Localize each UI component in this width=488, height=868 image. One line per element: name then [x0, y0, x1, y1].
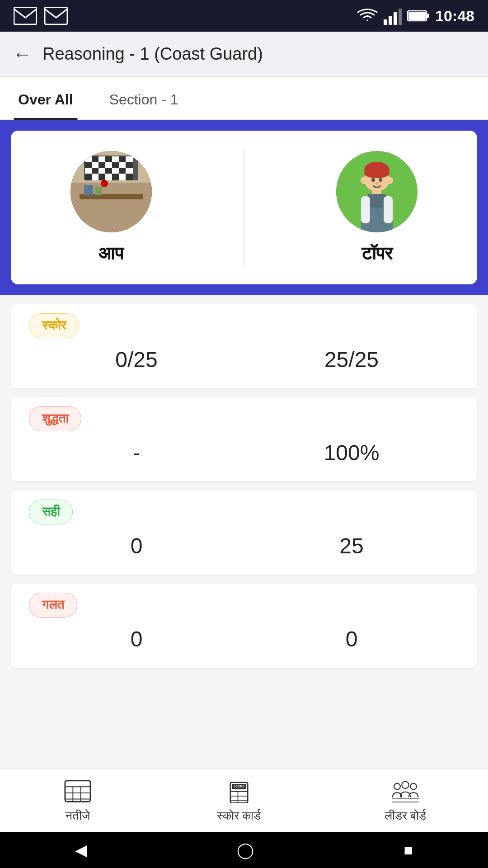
home-system-btn[interactable]: ◯: [237, 841, 254, 859]
svg-point-79: [410, 783, 417, 790]
svg-rect-0: [14, 7, 37, 24]
mail-icon-2: [44, 7, 68, 25]
scorecard-label: स्कोर कार्ड: [217, 809, 261, 823]
tabs-container: Over All Section - 1: [0, 77, 488, 120]
tab-overall[interactable]: Over All: [14, 77, 78, 119]
topper-name: टॉपर: [361, 243, 392, 264]
stat-cards-container: स्कोर 0/25 25/25 शुद्धता - 100% सही 0 25…: [0, 304, 488, 668]
svg-rect-57: [384, 196, 393, 223]
svg-rect-55: [368, 194, 386, 208]
page-title: Reasoning - 1 (Coast Guard): [42, 44, 263, 64]
user-column: आप: [70, 151, 152, 264]
score-card: स्कोर 0/25 25/25: [11, 304, 477, 388]
svg-rect-45: [95, 187, 102, 195]
back-system-btn[interactable]: ◀: [75, 841, 87, 859]
bottom-nav: नतीजे SCORE स्कोर कार्ड: [0, 769, 488, 832]
svg-rect-34: [126, 168, 133, 174]
correct-card: सही 0 25: [11, 491, 477, 575]
nav-results[interactable]: नतीजे: [62, 778, 94, 823]
svg-rect-28: [85, 168, 92, 174]
svg-rect-16: [99, 156, 105, 162]
svg-point-78: [402, 782, 408, 788]
signal-area: 10:48: [357, 7, 474, 25]
svg-rect-37: [99, 174, 105, 180]
svg-point-59: [386, 177, 393, 184]
wrong-values: 0 0: [29, 622, 459, 651]
topper-wrong: 0: [255, 627, 448, 651]
user-accuracy: -: [40, 440, 233, 465]
svg-rect-23: [99, 162, 105, 168]
svg-rect-41: [126, 174, 133, 180]
signal-icon: [384, 7, 402, 25]
svg-rect-1: [45, 7, 67, 24]
user-name: आप: [99, 243, 123, 264]
leaderboard-label: लीडर बोर्ड: [385, 809, 426, 823]
user-score: 0/25: [40, 347, 233, 372]
svg-rect-12: [70, 183, 152, 232]
svg-point-58: [361, 177, 368, 184]
svg-rect-18: [112, 156, 119, 162]
svg-rect-27: [126, 162, 133, 168]
svg-rect-14: [85, 156, 92, 162]
svg-rect-7: [427, 14, 429, 18]
topper-correct: 25: [255, 533, 448, 558]
user-avatar: [70, 151, 152, 232]
score-badge: स्कोर: [29, 313, 79, 338]
svg-rect-8: [408, 12, 426, 20]
blue-banner: आप: [0, 120, 488, 295]
status-bar-left: [14, 7, 68, 25]
svg-rect-33: [119, 168, 126, 174]
tab-section1[interactable]: Section - 1: [105, 77, 183, 119]
recents-system-btn[interactable]: ■: [404, 841, 413, 859]
svg-point-60: [371, 178, 375, 182]
svg-rect-40: [119, 174, 126, 180]
score-values: 0/25 25/25: [29, 343, 459, 372]
topper-accuracy: 100%: [255, 440, 448, 465]
nav-scorecard[interactable]: SCORE स्कोर कार्ड: [217, 778, 261, 823]
svg-rect-3: [389, 16, 392, 25]
topper-score: 25/25: [255, 347, 448, 372]
header: ← Reasoning - 1 (Coast Guard): [0, 32, 488, 77]
svg-point-77: [394, 783, 400, 790]
comparison-card: आप: [11, 131, 477, 284]
svg-rect-22: [92, 162, 99, 168]
svg-rect-44: [84, 185, 93, 195]
nav-leaderboard[interactable]: लीडर बोर्ड: [385, 778, 426, 823]
battery-icon: [407, 9, 430, 23]
topper-avatar-img: [336, 151, 418, 232]
svg-rect-32: [112, 168, 119, 174]
svg-rect-36: [92, 174, 99, 180]
svg-rect-31: [105, 168, 112, 174]
svg-rect-5: [399, 9, 402, 25]
svg-rect-4: [394, 12, 397, 25]
back-button[interactable]: ←: [13, 43, 32, 65]
wifi-icon: [357, 7, 378, 25]
svg-rect-26: [119, 162, 126, 168]
topper-column: टॉपर: [336, 151, 418, 264]
results-label: नतीजे: [66, 809, 90, 823]
svg-point-62: [375, 182, 379, 185]
svg-text:SCORE: SCORE: [234, 785, 244, 788]
svg-point-42: [101, 180, 108, 187]
svg-rect-29: [92, 168, 99, 174]
svg-rect-64: [65, 781, 90, 802]
correct-badge: सही: [29, 500, 73, 524]
system-nav-bar: ◀ ◯ ■: [0, 832, 488, 868]
wrong-card: गलत 0 0: [11, 584, 477, 668]
svg-rect-21: [85, 162, 92, 168]
accuracy-card: शुद्धता - 100%: [11, 397, 477, 481]
svg-rect-2: [384, 19, 387, 25]
svg-rect-15: [92, 156, 99, 162]
user-wrong: 0: [40, 627, 233, 651]
svg-point-50: [364, 169, 389, 178]
svg-rect-30: [99, 168, 105, 174]
user-avatar-img: [70, 151, 152, 232]
comparison-divider: [244, 149, 244, 266]
score-icon: SCORE: [223, 778, 255, 804]
svg-rect-35: [85, 174, 92, 180]
svg-rect-38: [105, 174, 112, 180]
svg-rect-20: [126, 156, 133, 162]
time-display: 10:48: [435, 7, 474, 25]
user-correct: 0: [40, 533, 233, 558]
grid-icon: [62, 778, 94, 804]
